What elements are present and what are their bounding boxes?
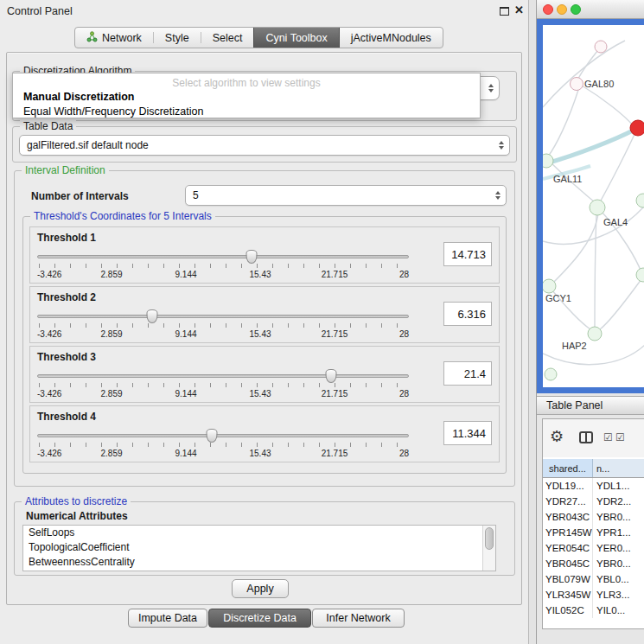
cell-name[interactable]: YIL0...	[593, 603, 644, 618]
network-node[interactable]	[636, 194, 644, 207]
slider-thumb[interactable]	[246, 250, 258, 264]
threshold-slider[interactable]: -3.426 2.859 9.144 15.43 21.715 28	[37, 309, 409, 342]
slider-track[interactable]	[37, 255, 409, 258]
threshold-slider[interactable]: -3.426 2.859 9.144 15.43 21.715 28	[37, 369, 409, 402]
network-node-gal80[interactable]	[571, 78, 583, 91]
cell-name[interactable]: YBR0...	[593, 556, 644, 571]
threshold-slider[interactable]: -3.426 2.859 9.144 15.43 21.715 28	[37, 429, 409, 462]
tab-infer-network[interactable]: Infer Network	[312, 609, 405, 628]
mac-close-button[interactable]	[543, 4, 553, 15]
scrollbar-thumb[interactable]	[485, 527, 494, 550]
column-header-shared-name[interactable]: shared...	[543, 459, 593, 477]
close-icon[interactable]: ✕	[514, 3, 524, 16]
table-row[interactable]: YBL079WYBL0...	[543, 571, 644, 587]
cell-shared-name[interactable]: YDR27...	[543, 494, 593, 509]
table-row[interactable]: YBR043CYBR0...	[543, 509, 644, 525]
mac-minimize-button[interactable]	[557, 4, 567, 15]
tick-label: 9.144	[175, 329, 196, 339]
slider-track[interactable]	[37, 434, 409, 437]
table-row[interactable]: YBR045CYBR0...	[543, 556, 644, 571]
list-item[interactable]: BetweennessCentrality	[23, 555, 495, 570]
network-node[interactable]	[636, 268, 644, 282]
threshold-value-field[interactable]: 6.316	[443, 302, 492, 326]
numerical-attributes-list[interactable]: SelfLoops TopologicalCoefficient Between…	[22, 525, 496, 571]
tab-select[interactable]: Select	[201, 28, 254, 48]
interval-definition-title: Interval Definition	[22, 164, 109, 176]
table-row[interactable]: YPR145WYPR1...	[543, 525, 644, 540]
list-scrollbar[interactable]	[482, 526, 495, 571]
table-row[interactable]: YIL052CYIL0...	[543, 603, 644, 618]
cell-name[interactable]: YLR3...	[593, 587, 644, 603]
cell-shared-name[interactable]: YBR045C	[543, 556, 593, 571]
cell-name[interactable]: YPR1...	[593, 525, 644, 540]
settings-gear-icon[interactable]: ⚙	[550, 427, 564, 446]
table-row[interactable]: YER054CYER0...	[543, 540, 644, 556]
number-of-intervals-combobox[interactable]: 5	[185, 185, 507, 206]
column-visibility-icon[interactable]	[579, 431, 593, 443]
network-node-gcy1[interactable]	[543, 279, 556, 293]
cell-name[interactable]: YDL1...	[593, 478, 644, 494]
cell-shared-name[interactable]: YLR345W	[543, 587, 593, 603]
cell-shared-name[interactable]: YER054C	[543, 540, 593, 556]
threshold-panel-1: Threshold 1 -3.426 2.859 9.144 15.43 21.…	[29, 226, 500, 284]
table-row[interactable]: YDR27...YDR2...	[543, 494, 644, 509]
network-node-hap2[interactable]	[588, 327, 602, 341]
float-window-icon[interactable]	[500, 7, 509, 16]
tick-label: -3.426	[37, 329, 61, 339]
tick-label: 2.859	[100, 270, 122, 279]
node-label-gcy1: GCY1	[545, 293, 571, 303]
tab-style[interactable]: Style	[154, 28, 201, 48]
slider-ticks	[39, 383, 407, 387]
cell-name[interactable]: YDR2...	[593, 494, 644, 509]
slider-track[interactable]	[37, 315, 409, 318]
table-row[interactable]: YDL19...YDL1...	[543, 478, 644, 494]
apply-button[interactable]: Apply	[232, 579, 289, 598]
network-node-selected-red[interactable]	[630, 120, 644, 136]
cell-name[interactable]: YBL0...	[593, 571, 644, 587]
dropdown-option-manual[interactable]: Manual Discretization	[23, 91, 135, 103]
tab-jactivemodules[interactable]: jActiveMNodules	[340, 28, 443, 48]
cell-shared-name[interactable]: YDL19...	[543, 478, 593, 494]
network-node[interactable]	[595, 41, 607, 53]
threshold-slider[interactable]: -3.426 2.859 9.144 15.43 21.715 28	[37, 250, 409, 283]
table-toolbar: ⚙ ☑ ☑	[543, 419, 644, 457]
combo-stepper-icon	[499, 141, 504, 150]
combo-stepper-icon	[488, 84, 494, 92]
network-canvas[interactable]: GAL80 GAL11 GAL4 GCY1 HAP2	[543, 25, 644, 387]
unselect-all-columns-icon[interactable]: ☑	[615, 431, 625, 443]
tick-label: 28	[399, 389, 409, 399]
threshold-value-field[interactable]: 14.713	[443, 242, 492, 266]
node-label-hap2: HAP2	[562, 341, 587, 351]
tab-discretize-data[interactable]: Discretize Data	[208, 609, 311, 628]
table-row[interactable]: YLR345WYLR3...	[543, 587, 644, 603]
tab-network[interactable]: Network	[75, 28, 153, 48]
cell-shared-name[interactable]: YBR043C	[543, 509, 593, 525]
network-window-titlebar[interactable]	[537, 0, 644, 19]
table-data-combobox-value: galFiltered.sif default node	[27, 139, 149, 151]
cell-shared-name[interactable]: YPR145W	[543, 525, 593, 540]
network-node-gal11[interactable]	[543, 154, 553, 168]
slider-track[interactable]	[37, 374, 409, 378]
threshold-value-field[interactable]: 21.4	[443, 361, 492, 386]
tab-cyni-toolbox[interactable]: Cyni Toolbox	[253, 28, 339, 48]
list-item[interactable]: TopologicalCoefficient	[23, 540, 495, 555]
tab-impute-data[interactable]: Impute Data	[128, 609, 207, 628]
column-header-name[interactable]: n...	[593, 459, 644, 477]
cell-name[interactable]: YBR0...	[593, 509, 644, 525]
select-all-columns-icon[interactable]: ☑	[603, 431, 613, 443]
slider-thumb[interactable]	[207, 429, 218, 443]
node-label-gal4: GAL4	[603, 217, 628, 227]
threshold-value-field[interactable]: 11.344	[443, 421, 492, 445]
cell-name[interactable]: YER0...	[593, 540, 644, 556]
cell-shared-name[interactable]: YBL079W	[543, 571, 593, 587]
dropdown-option-equal-width[interactable]: Equal Width/Frequency Discretization	[23, 105, 203, 118]
network-node-gal4[interactable]	[590, 200, 605, 215]
threshold-panel-2: Threshold 2 -3.426 2.859 9.144 15.43 21.…	[29, 286, 500, 343]
slider-thumb[interactable]	[147, 309, 158, 323]
network-node[interactable]	[545, 368, 557, 380]
list-item[interactable]: SelfLoops	[23, 526, 495, 540]
cell-shared-name[interactable]: YIL052C	[543, 603, 593, 618]
table-data-combobox[interactable]: galFiltered.sif default node	[19, 135, 510, 156]
slider-thumb[interactable]	[325, 369, 336, 383]
mac-zoom-button[interactable]	[571, 4, 581, 15]
